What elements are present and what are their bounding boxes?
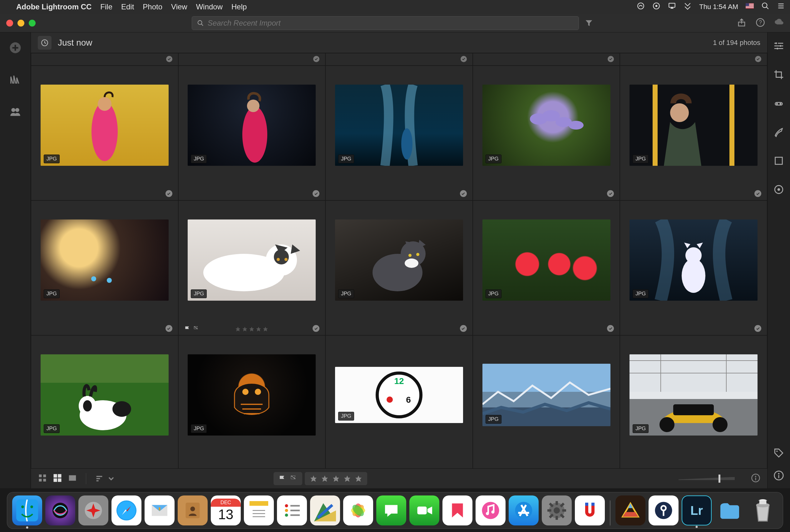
window-close-button[interactable]: [6, 20, 13, 26]
photo-cell[interactable]: JPG: [473, 335, 620, 468]
dock-reminders-icon[interactable]: [277, 495, 307, 526]
search-input[interactable]: [208, 19, 573, 27]
menu-window[interactable]: Window: [196, 2, 223, 11]
dock-photos-icon[interactable]: [343, 495, 373, 526]
star-icon[interactable]: [355, 475, 362, 482]
dock-facetime-icon[interactable]: [409, 495, 439, 526]
dock-appstore-icon[interactable]: [509, 495, 539, 526]
photo-thumbnail[interactable]: JPG: [629, 220, 757, 301]
grid-view-small-button[interactable]: [38, 473, 47, 484]
photo-thumbnail[interactable]: JPG: [41, 354, 169, 436]
photo-thumbnail[interactable]: JPG: [483, 364, 610, 426]
dock-mail-icon[interactable]: [145, 495, 174, 526]
photo-cell[interactable]: JPG: [473, 65, 620, 201]
photo-cell[interactable]: JPG: [31, 201, 178, 335]
menu-view[interactable]: View: [171, 2, 187, 11]
flag-reject-icon[interactable]: [290, 475, 297, 482]
window-minimize-button[interactable]: [18, 20, 24, 26]
edit-panel-button[interactable]: [773, 41, 784, 53]
photo-thumbnail[interactable]: JPG: [629, 354, 757, 436]
photo-thumbnail[interactable]: JPG: [335, 220, 463, 301]
crop-tool-button[interactable]: [773, 69, 784, 81]
airplay-icon[interactable]: [668, 2, 676, 12]
dock-system-preferences-icon[interactable]: [542, 495, 572, 526]
photo-cell[interactable]: JPG: [620, 65, 767, 201]
photo-thumbnail[interactable]: JPG: [629, 84, 757, 166]
menu-photo[interactable]: Photo: [143, 2, 162, 11]
photo-thumbnail[interactable]: JPG: [483, 220, 610, 301]
photo-grid-scroll[interactable]: JPG JPG JPG: [31, 53, 767, 468]
dock-itunes-icon[interactable]: [475, 495, 506, 526]
photo-cell[interactable]: JPG: [178, 201, 326, 335]
brush-tool-button[interactable]: [773, 127, 784, 139]
my-photos-button[interactable]: [10, 74, 21, 87]
dock-contacts-icon[interactable]: [178, 495, 208, 526]
dock-1password-icon[interactable]: [648, 495, 679, 526]
window-zoom-button[interactable]: [29, 20, 36, 26]
star-icon[interactable]: [343, 475, 351, 482]
status-icon[interactable]: [652, 2, 660, 12]
grid-view-large-button[interactable]: [53, 473, 62, 484]
search-field[interactable]: [192, 16, 579, 30]
star-icon[interactable]: [321, 475, 328, 482]
recent-clock-button[interactable]: [38, 36, 52, 50]
photo-cell[interactable]: JPG: [620, 201, 767, 335]
photo-cell[interactable]: JPG: [473, 201, 620, 335]
photo-cell[interactable]: JPG: [178, 65, 326, 201]
flag-pick-icon[interactable]: [279, 475, 286, 482]
dock-magnet-icon[interactable]: [575, 495, 605, 526]
thumbnail-size-slider[interactable]: [679, 477, 735, 480]
sort-button[interactable]: [95, 474, 115, 483]
dock-downloads-icon[interactable]: [715, 495, 745, 526]
add-photos-button[interactable]: [10, 42, 21, 55]
star-icon[interactable]: [310, 475, 317, 482]
detail-view-button[interactable]: [68, 473, 77, 484]
photo-thumbnail[interactable]: JPG: [188, 354, 316, 436]
dock-trash-icon[interactable]: [748, 495, 778, 526]
healing-brush-button[interactable]: [773, 98, 784, 110]
photo-cell[interactable]: JPG: [325, 201, 473, 335]
photo-cell[interactable]: JPG: [31, 65, 178, 201]
dock-news-icon[interactable]: [443, 495, 472, 526]
dock-safari-icon[interactable]: [111, 495, 142, 526]
dock-finder-icon[interactable]: [12, 495, 42, 526]
menu-help[interactable]: Help: [231, 2, 247, 11]
sharing-button[interactable]: [10, 106, 21, 119]
keywords-button[interactable]: [773, 448, 784, 460]
linear-gradient-button[interactable]: [773, 155, 784, 167]
star-icon[interactable]: [332, 475, 340, 482]
dock-maps-icon[interactable]: [310, 495, 340, 526]
app-name[interactable]: Adobe Lightroom CC: [16, 2, 92, 11]
spotlight-icon[interactable]: [761, 2, 769, 12]
info-panel-button[interactable]: [773, 470, 784, 482]
menu-edit[interactable]: Edit: [121, 2, 134, 11]
help-icon[interactable]: ?: [756, 18, 765, 28]
notification-center-icon[interactable]: [777, 2, 785, 12]
dock-lightroom-icon[interactable]: Lr: [682, 495, 712, 526]
creative-cloud-icon[interactable]: [637, 2, 645, 12]
dock-launchpad-icon[interactable]: [78, 495, 108, 526]
menubar-clock[interactable]: Thu 1:54 AM: [699, 3, 738, 11]
photo-thumbnail[interactable]: JPG: [188, 220, 316, 301]
photo-thumbnail[interactable]: JPG: [41, 84, 169, 166]
photo-cell[interactable]: 126 JPG: [325, 335, 473, 468]
dock-imovie-icon[interactable]: [616, 495, 645, 526]
filter-icon[interactable]: [585, 16, 593, 30]
dock-calendar-icon[interactable]: DEC 13: [211, 495, 241, 526]
info-button[interactable]: [751, 473, 760, 484]
cloud-sync-icon[interactable]: [774, 18, 784, 28]
photo-cell[interactable]: JPG: [31, 335, 178, 468]
photo-thumbnail[interactable]: JPG: [335, 84, 463, 166]
status-menu-icon[interactable]: [683, 2, 692, 12]
photo-thumbnail[interactable]: 126 JPG: [335, 367, 463, 423]
dock-notes-icon[interactable]: [244, 495, 274, 526]
rating-filter-pill[interactable]: [305, 472, 367, 485]
photo-thumbnail[interactable]: JPG: [41, 220, 169, 301]
photo-cell[interactable]: JPG: [620, 335, 767, 468]
flag-filter-pill[interactable]: [274, 472, 302, 485]
photo-cell[interactable]: JPG: [325, 65, 473, 201]
photo-cell[interactable]: JPG: [178, 335, 326, 468]
dock-siri-icon[interactable]: [45, 495, 75, 526]
share-icon[interactable]: [737, 18, 746, 28]
photo-thumbnail[interactable]: JPG: [483, 84, 610, 166]
